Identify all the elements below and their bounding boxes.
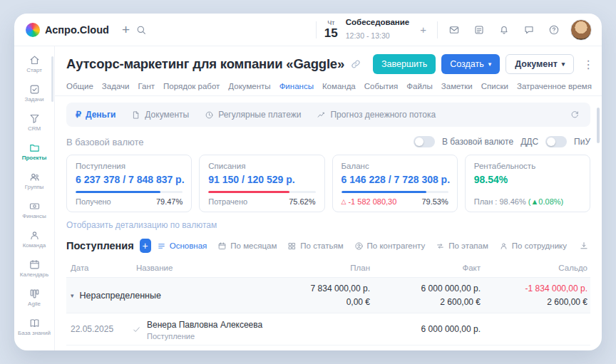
sidebar-item-groups[interactable]: Группы (14, 166, 54, 195)
subnav-label: Регулярные платежи (218, 110, 301, 120)
collapse-icon[interactable]: ▾ (71, 292, 74, 299)
sidebar-item-agile[interactable]: Agile (14, 283, 54, 312)
finish-button-label: Завершить (381, 59, 427, 69)
search-button[interactable] (133, 21, 150, 38)
view-po-sotrudniku[interactable]: По сотруднику (499, 241, 567, 251)
home-icon (29, 54, 41, 66)
tab-obshchie[interactable]: Общие (66, 82, 93, 90)
weekday-label: Чт (324, 20, 338, 26)
kanban-icon (29, 288, 41, 300)
stat-card-expenses: Списания 91 150 / 120 529 р. Потрачено 7… (199, 155, 324, 212)
export-button[interactable] (578, 239, 590, 252)
currency-details-link[interactable]: Отобразить детализацию по валютам (66, 220, 590, 230)
table-row[interactable]: 22.05.2025 Венера Павловна Алексеева Пос… (66, 313, 590, 345)
card-label: Поступления (76, 162, 183, 170)
view-osnovnaya[interactable]: Основная (157, 241, 207, 251)
view-label: По контрагенту (367, 241, 426, 250)
ruble-icon: ₽ (76, 110, 81, 120)
avatar[interactable] (570, 19, 592, 41)
view-po-etapam[interactable]: По этапам (436, 241, 488, 251)
dds-piu-toggle[interactable] (545, 136, 567, 147)
refresh-icon (570, 110, 580, 120)
notes-button[interactable] (471, 21, 488, 38)
project-tabs: Общие Задачи Гант Порядок работ Документ… (55, 77, 602, 96)
sidebar-scrollbar[interactable] (51, 56, 53, 102)
tab-poryadok-rabot[interactable]: Порядок работ (163, 82, 220, 90)
sidebar-item-knowledge-base[interactable]: База знаний (14, 312, 54, 341)
row-name[interactable]: Венера Павловна Алексеева (147, 320, 262, 330)
view-po-mesyatsam[interactable]: По месяцам (217, 241, 277, 251)
card-label: Списания (208, 162, 315, 170)
tab-zadachi[interactable]: Задачи (102, 82, 130, 90)
app-logo[interactable]: Аспро.Cloud (26, 23, 109, 37)
view-po-kontragentu[interactable]: По контрагенту (354, 241, 426, 251)
card-value: 6 146 228 / 7 728 308 р. (342, 174, 448, 185)
stat-cards: Поступления 6 237 378 / 7 848 837 р. Пол… (66, 155, 590, 212)
envelope-icon (448, 24, 460, 36)
column-header-date[interactable]: Дата (66, 264, 132, 272)
column-header-plan[interactable]: План (252, 264, 373, 272)
section-label: В базовой валюте (66, 137, 144, 147)
sidebar-item-start[interactable]: Старт (14, 49, 54, 78)
table-group-row[interactable]: ▾ Нераспределенные 7 834 000,00 р. 0,00 … (66, 278, 590, 313)
calendar-date[interactable]: Чт 15 (324, 20, 338, 39)
sidebar-item-label: Группы (24, 184, 46, 190)
chat-button[interactable] (520, 21, 538, 38)
subnav-label: Документы (145, 110, 189, 120)
sidebar-item-projects[interactable]: Проекты (14, 137, 54, 166)
base-currency-toggle[interactable] (414, 136, 435, 147)
banknote-icon (29, 200, 41, 212)
list-title: Поступления (66, 240, 134, 251)
chevron-down-icon: ▾ (562, 61, 565, 68)
tab-spiski[interactable]: Списки (481, 82, 508, 90)
subnav-regulyarnye-platezhi[interactable]: Регулярные платежи (205, 110, 301, 120)
finish-button[interactable]: Завершить (373, 54, 436, 74)
add-income-button[interactable]: + (140, 239, 151, 253)
notifications-button[interactable] (496, 21, 513, 38)
tab-finansy[interactable]: Финансы (279, 82, 314, 90)
subnav-prognoz[interactable]: Прогноз денежного потока (317, 110, 436, 120)
column-header-fact[interactable]: Факт (373, 264, 483, 272)
column-header-name[interactable]: Название (132, 264, 252, 272)
tab-dokumenty[interactable]: Документы (228, 82, 270, 90)
global-add-button[interactable]: + (119, 20, 133, 39)
add-event-button[interactable]: + (417, 21, 429, 38)
subnav-dengi[interactable]: ₽ Деньги (76, 110, 115, 120)
sidebar-item-team[interactable]: Команда (14, 224, 54, 254)
copy-link-button[interactable] (350, 58, 361, 70)
table-row[interactable]: 22.05.2025 Белов Андрей Андреевич Поступ… (66, 345, 590, 350)
document-button[interactable]: Документ▾ (505, 54, 574, 74)
sidebar-item-calendar[interactable]: Календарь (14, 254, 54, 283)
tab-komanda[interactable]: Команда (322, 82, 356, 90)
calendar-event[interactable]: Собеседование 12:30 - 13:30 (346, 17, 410, 41)
create-button[interactable]: Создать▾ (441, 54, 500, 74)
tab-fayly[interactable]: Файлы (406, 82, 433, 90)
document-icon (131, 110, 140, 120)
column-header-saldo[interactable]: Сальдо (483, 264, 590, 272)
sidebar-item-tasks[interactable]: Задачи (14, 78, 54, 108)
tab-zatrachennoe-vremya[interactable]: Затраченное время (517, 82, 592, 90)
saldo-rub: -1 834 000,00 р. (483, 282, 587, 296)
tab-gant[interactable]: Гант (138, 82, 155, 90)
event-title: Собеседование (346, 17, 410, 27)
sidebar-item-crm[interactable]: CRM (14, 108, 54, 137)
more-actions-button[interactable]: ⋮ (580, 56, 597, 73)
refresh-button[interactable] (568, 108, 581, 121)
card-value: 6 237 378 / 7 848 837 р. (76, 174, 183, 185)
tab-sobytiya[interactable]: События (364, 82, 398, 90)
plan-eur: 0,00 € (252, 296, 370, 309)
sidebar-item-finance[interactable]: Финансы (14, 195, 54, 224)
person-circle-icon (354, 241, 364, 251)
view-po-statyam[interactable]: По статьям (287, 241, 343, 251)
content-scrollbar[interactable] (597, 108, 600, 143)
mail-button[interactable] (446, 21, 463, 38)
help-button[interactable] (545, 21, 563, 38)
card-value: 98.54% (474, 174, 581, 185)
subnav-dokumenty[interactable]: Документы (131, 110, 189, 120)
card-value: 91 150 / 120 529 р. (208, 174, 315, 185)
calendar-icon (29, 259, 41, 271)
tab-zametki[interactable]: Заметки (441, 82, 473, 90)
bell-icon (498, 24, 510, 36)
progress-bar-hidden (474, 191, 581, 193)
card-footer-label: Получено (76, 197, 111, 206)
